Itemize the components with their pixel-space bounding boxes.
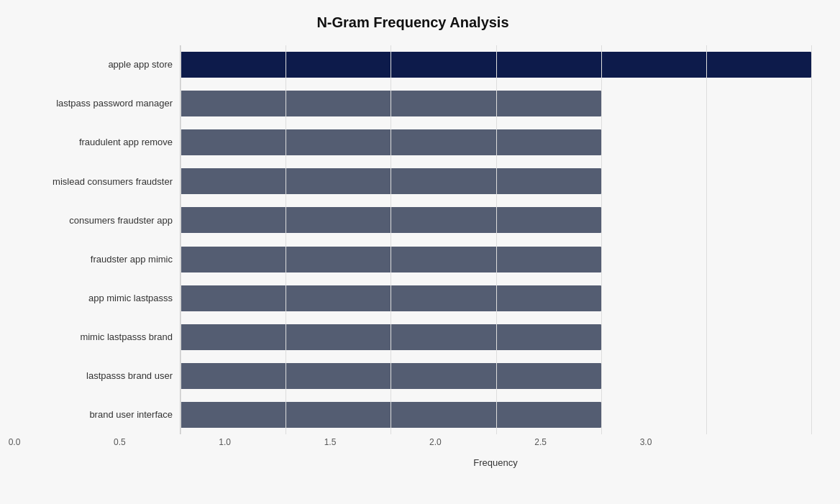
chart-title: N-Gram Frequency Analysis	[14, 14, 811, 31]
y-label: lastpasss brand user	[86, 370, 173, 382]
x-tick-label: 0.0	[9, 437, 21, 447]
bars-wrapper	[180, 45, 811, 434]
x-axis-title: Frequency	[14, 457, 811, 468]
y-label: brand user interface	[89, 409, 173, 421]
bar-row	[181, 281, 811, 316]
x-tick-label: 1.0	[219, 437, 231, 447]
x-axis-ticks-row: 0.00.51.01.52.02.53.0	[14, 437, 811, 454]
bar-row	[181, 242, 811, 277]
bar-row	[181, 359, 811, 393]
bar	[181, 363, 601, 389]
bar	[181, 324, 601, 350]
x-tick-label: 2.5	[534, 437, 547, 447]
x-tick-label: 2.0	[429, 437, 442, 447]
bar	[181, 207, 601, 233]
y-label: mimic lastpasss brand	[80, 331, 173, 343]
bar-row	[181, 203, 811, 237]
y-label: fraudulent app remove	[79, 137, 173, 148]
chart-container: N-Gram Frequency Analysis apple app stor…	[0, 0, 840, 504]
x-tick-label: 3.0	[640, 437, 652, 447]
bar	[181, 129, 601, 155]
bar-row	[181, 398, 811, 432]
bar-row	[181, 320, 811, 354]
bar	[181, 52, 811, 78]
bar-row	[181, 86, 811, 121]
y-label: fraudster app mimic	[91, 254, 173, 265]
y-label: app mimic lastpasss	[88, 293, 173, 304]
x-tick-label: 1.5	[324, 437, 337, 447]
y-label: lastpass password manager	[56, 98, 173, 109]
bar	[181, 91, 601, 116]
bar	[181, 285, 601, 311]
grid-line	[811, 45, 812, 434]
bar-row	[181, 164, 811, 198]
bar-row	[181, 125, 811, 160]
bar	[181, 402, 601, 428]
x-tick-label: 0.5	[114, 437, 126, 447]
bar	[181, 168, 601, 194]
bar	[181, 247, 601, 272]
bars-section	[180, 45, 811, 434]
bar-row	[181, 47, 811, 82]
y-label: mislead consumers fraudster	[52, 176, 173, 188]
chart-area: apple app storelastpass password manager…	[14, 45, 811, 434]
y-label: apple app store	[108, 59, 173, 70]
y-axis-labels: apple app storelastpass password manager…	[14, 45, 180, 434]
y-label: consumers fraudster app	[69, 215, 173, 226]
